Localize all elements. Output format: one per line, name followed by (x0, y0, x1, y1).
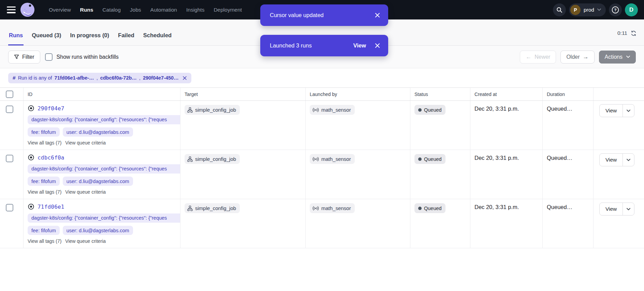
search-button[interactable] (553, 3, 566, 16)
run-id-link[interactable]: 71fd06e1 (38, 204, 64, 210)
tag-dagster-k8s-config[interactable]: dagster-k8s/config: {"container_config":… (28, 115, 180, 124)
newer-button[interactable]: ← Newer (520, 51, 556, 64)
chevron-down-icon (627, 208, 630, 210)
nav-items: Overview Runs Catalog Jobs Automation In… (49, 7, 242, 13)
svg-text:?: ? (614, 8, 616, 12)
run-status-icon (28, 203, 34, 210)
nav-item-deployment[interactable]: Deployment (214, 7, 242, 13)
run-id-link[interactable]: cdbc6f0a (38, 154, 64, 161)
view-button[interactable]: View (600, 154, 623, 166)
row-checkbox[interactable] (6, 106, 13, 113)
toast-view-link[interactable]: View (353, 42, 366, 49)
chip-run-id: 290f04e7-450… (143, 75, 179, 81)
tag-user[interactable]: user: d.liu@dagsterlabs.com (63, 127, 133, 137)
sensor-icon (312, 108, 319, 112)
arrow-left-icon: ← (526, 54, 531, 60)
target-job-link[interactable]: simple_config_job (185, 105, 240, 115)
tag-user[interactable]: user: d.liu@dagsterlabs.com (63, 226, 133, 235)
hamburger-menu-icon[interactable] (7, 6, 16, 13)
col-header-launched-by: Launched by (306, 88, 410, 100)
nav-item-catalog[interactable]: Catalog (102, 7, 120, 13)
view-split-button: View (599, 203, 634, 216)
chip-prefix: Run id is any of (18, 75, 52, 81)
view-all-tags-link[interactable]: View all tags (7) (28, 189, 61, 195)
nav-item-overview[interactable]: Overview (49, 7, 71, 13)
tag-dagster-k8s-config[interactable]: dagster-k8s/config: {"container_config":… (28, 164, 180, 174)
view-dropdown-button[interactable] (623, 105, 634, 117)
row-checkbox[interactable] (6, 155, 13, 162)
runs-table: ID Target Launched by Status Created at … (0, 87, 644, 248)
launched-by-sensor-link[interactable]: math_sensor (310, 154, 355, 164)
remove-filter-icon[interactable] (182, 76, 187, 80)
tag-dagster-k8s-config[interactable]: dagster-k8s/config: {"container_config":… (28, 213, 180, 223)
view-queue-criteria-link[interactable]: View queue criteria (65, 238, 106, 244)
nav-item-insights[interactable]: Insights (186, 7, 204, 13)
refresh-countdown: 0:11 (617, 30, 627, 36)
table-row: 290f04e7 dagster-k8s/config: {"container… (0, 101, 644, 150)
row-checkbox[interactable] (6, 204, 13, 211)
view-dropdown-button[interactable] (623, 154, 634, 166)
tab-runs[interactable]: Runs (8, 23, 24, 45)
actions-button[interactable]: Actions (599, 51, 636, 64)
view-all-tags-link[interactable]: View all tags (7) (28, 140, 61, 146)
show-backfills-label: Show runs within backfills (57, 54, 119, 60)
nav-item-runs[interactable]: Runs (80, 7, 93, 13)
run-status-icon (28, 154, 34, 161)
status-badge: Queued (414, 105, 445, 115)
status-badge: Queued (414, 154, 445, 164)
close-icon[interactable] (375, 13, 380, 18)
chip-run-id: cdbc6f0a-72b… (100, 75, 137, 81)
filter-button[interactable]: Filter (8, 51, 40, 64)
tag-fee[interactable]: fee: fifofum (28, 177, 60, 186)
env-name: prod (584, 7, 594, 13)
run-id-filter-chip[interactable]: # Run id is any of 71fd06e1-afbe-…, cdbc… (8, 73, 191, 83)
toast-message: Cursor value updated (270, 12, 324, 18)
user-avatar[interactable]: D (625, 3, 638, 16)
help-button[interactable]: ? (609, 3, 622, 16)
created-at-value: Dec 20, 3:31 p.m. (470, 101, 543, 150)
view-queue-criteria-link[interactable]: View queue criteria (65, 189, 106, 195)
status-dot-icon (418, 207, 422, 210)
toast-message: Launched 3 runs (270, 42, 312, 49)
view-button[interactable]: View (600, 105, 623, 117)
select-all-checkbox[interactable] (6, 91, 13, 98)
table-row: 71fd06e1 dagster-k8s/config: {"container… (0, 199, 644, 248)
search-icon (556, 7, 562, 13)
tab-failed[interactable]: Failed (117, 23, 135, 45)
chevron-down-icon (627, 110, 630, 112)
target-job-link[interactable]: simple_config_job (185, 154, 240, 164)
tag-user[interactable]: user: d.liu@dagsterlabs.com (63, 177, 133, 186)
view-split-button: View (599, 153, 634, 166)
tag-fee[interactable]: fee: fifofum (28, 127, 60, 137)
duration-value: Queued… (543, 101, 594, 150)
view-all-tags-link[interactable]: View all tags (7) (28, 238, 61, 244)
deployment-switcher[interactable]: P prod (569, 3, 606, 16)
launched-by-sensor-link[interactable]: math_sensor (310, 105, 355, 115)
nav-item-automation[interactable]: Automation (150, 7, 177, 13)
table-row: cdbc6f0a dagster-k8s/config: {"container… (0, 150, 644, 199)
tab-queued[interactable]: Queued (3) (31, 23, 62, 45)
status-badge: Queued (414, 203, 445, 213)
close-icon[interactable] (375, 43, 380, 48)
older-button[interactable]: Older → (560, 51, 594, 64)
launched-by-sensor-link[interactable]: math_sensor (310, 203, 355, 213)
sensor-icon (312, 157, 319, 162)
tag-fee[interactable]: fee: fifofum (28, 226, 60, 235)
funnel-icon (14, 54, 19, 59)
view-button[interactable]: View (600, 203, 623, 215)
tab-in-progress[interactable]: In progress (0) (69, 23, 110, 45)
nav-item-jobs[interactable]: Jobs (130, 7, 141, 13)
run-id-link[interactable]: 290f04e7 (38, 105, 64, 112)
show-backfills-checkbox[interactable] (45, 53, 53, 61)
duration-value: Queued… (543, 150, 594, 199)
view-dropdown-button[interactable] (623, 203, 634, 215)
active-filters-row: # Run id is any of 71fd06e1-afbe-…, cdbc… (0, 68, 644, 87)
col-header-created-at: Created at (470, 88, 543, 100)
tab-scheduled[interactable]: Scheduled (143, 23, 172, 45)
view-queue-criteria-link[interactable]: View queue criteria (65, 140, 106, 146)
toast-launched-runs: Launched 3 runs View (260, 35, 388, 56)
col-header-id: ID (24, 88, 180, 100)
refresh-icon[interactable] (631, 30, 636, 36)
target-job-link[interactable]: simple_config_job (185, 203, 240, 213)
dagster-logo-icon[interactable] (20, 3, 34, 17)
